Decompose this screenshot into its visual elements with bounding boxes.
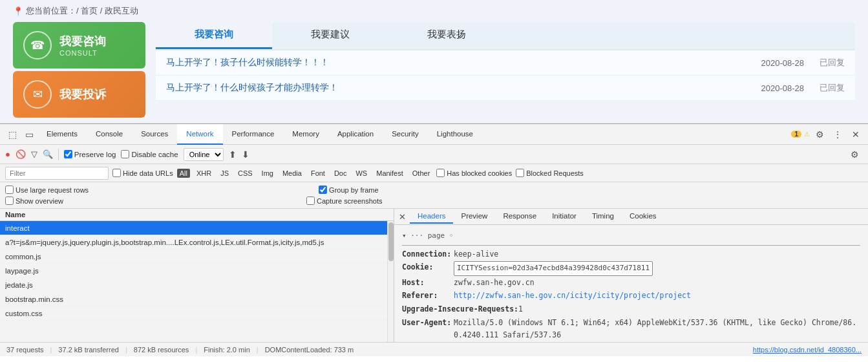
- export-icon[interactable]: ⬇: [242, 149, 249, 160]
- request-name: custom.css: [5, 310, 382, 317]
- right-panel: 我要咨询 我要建议 我要表扬 马上开学了！孩子什么时候能转学！！！ 2020-0…: [156, 22, 855, 118]
- filter-icon[interactable]: ▽: [31, 149, 37, 159]
- filter-tag-media[interactable]: Media: [280, 169, 304, 178]
- preserve-log-checkbox[interactable]: [64, 150, 72, 158]
- detail-close-icon[interactable]: ✕: [394, 209, 410, 224]
- filter-tag-other[interactable]: Other: [410, 169, 433, 178]
- request-name: common.js: [5, 253, 382, 261]
- request-row[interactable]: laypage.js: [0, 264, 387, 278]
- list-rows: 马上开学了！孩子什么时候能转学！！！ 2020-08-28 已回复 马上开学了！…: [156, 50, 855, 101]
- header-cookie-val: ICITYSession=02d3a47ecbd84a399428d0c437d…: [454, 261, 653, 276]
- tab-application[interactable]: Application: [328, 124, 383, 145]
- request-row[interactable]: common.js: [0, 250, 387, 264]
- filter-tag-img[interactable]: Img: [259, 169, 276, 178]
- tab-memory[interactable]: Memory: [283, 124, 328, 145]
- filter-tag-xhr[interactable]: XHR: [194, 169, 214, 178]
- disable-cache-checkbox[interactable]: [121, 150, 129, 158]
- resources-size: 872 kB resources: [134, 346, 189, 354]
- blog-url-link[interactable]: https://blog.csdn.net/id_4808360...: [753, 346, 862, 354]
- consult-sub: CONSULT: [59, 49, 106, 57]
- scroll-thumb[interactable]: [388, 222, 394, 261]
- throttling-select[interactable]: Online: [184, 148, 224, 161]
- detail-tab-response[interactable]: Response: [495, 209, 544, 224]
- list-item[interactable]: 马上开学了！孩子什么时候能转学！！！ 2020-08-28 已回复: [156, 50, 855, 76]
- filter-tag-manifest[interactable]: Manifest: [374, 169, 406, 178]
- cursor-icon[interactable]: ⬚: [4, 126, 21, 143]
- request-name: bootstrap.min.css: [5, 295, 382, 303]
- tab-sources[interactable]: Sources: [132, 124, 177, 145]
- search-icon[interactable]: 🔍: [43, 149, 53, 159]
- filter-tag-ws[interactable]: WS: [353, 169, 370, 178]
- filter-input[interactable]: [5, 167, 109, 180]
- header-ua-key: User-Agent:: [402, 317, 454, 342]
- filter-tag-doc[interactable]: Doc: [332, 169, 350, 178]
- tab-console[interactable]: Console: [87, 124, 132, 145]
- filter-tag-js[interactable]: JS: [218, 169, 231, 178]
- tab-security[interactable]: Security: [383, 124, 428, 145]
- request-row[interactable]: custom.css: [0, 306, 387, 321]
- tab-performance[interactable]: Performance: [223, 124, 284, 145]
- blocked-requests-checkbox[interactable]: [516, 169, 524, 177]
- header-cookie: Cookie: ICITYSession=02d3a47ecbd84a39942…: [402, 261, 860, 277]
- filter-tag-css[interactable]: CSS: [235, 169, 255, 178]
- blocked-cookies-checkbox[interactable]: [436, 169, 445, 177]
- blocked-requests-label[interactable]: Blocked Requests: [516, 169, 584, 177]
- location-icon: 📍: [13, 6, 23, 16]
- detail-tab-preview[interactable]: Preview: [453, 209, 495, 224]
- tab-suggest[interactable]: 我要建议: [272, 22, 388, 49]
- close-icon[interactable]: ✕: [847, 126, 864, 143]
- tab-consult[interactable]: 我要咨询: [156, 22, 272, 49]
- header-upgrade: Upgrade-Insecure-Requests: 1: [402, 303, 860, 317]
- capture-screenshots-label[interactable]: Capture screenshots: [306, 197, 383, 205]
- consult-button[interactable]: ☎ 我要咨询 CONSULT: [13, 22, 145, 69]
- device-icon[interactable]: ▭: [21, 126, 37, 143]
- filter-tag-all[interactable]: All: [177, 169, 190, 178]
- request-row[interactable]: a?t=js&m=jquery.js,jquery.plugin.js,boot…: [0, 235, 387, 250]
- capture-screenshots-checkbox[interactable]: [306, 197, 315, 205]
- header-upgrade-key: Upgrade-Insecure-Requests:: [402, 303, 518, 316]
- large-rows-checkbox[interactable]: [5, 186, 14, 194]
- filter-tag-font[interactable]: Font: [308, 169, 328, 178]
- group-by-frame-label[interactable]: Group by frame: [319, 186, 378, 194]
- detail-tab-initiator[interactable]: Initiator: [544, 209, 584, 224]
- detail-tab-timing[interactable]: Timing: [584, 209, 622, 224]
- header-user-agent: User-Agent: Mozilla/5.0 (Windows NT 6.1;…: [402, 317, 860, 342]
- hide-data-urls-label[interactable]: Hide data URLs: [112, 169, 173, 177]
- disable-cache-label[interactable]: Disable cache: [121, 150, 178, 158]
- referer-link[interactable]: http://zwfw.san-he.gov.cn/icity/icity/pr…: [454, 291, 691, 300]
- request-row[interactable]: bootstrap.min.css: [0, 292, 387, 306]
- transferred-size: 37.2 kB transferred: [58, 346, 119, 354]
- main-panel: Name interact a?t=js&m=jquery.js,jquery.…: [0, 209, 868, 342]
- complaint-button[interactable]: ✉ 我要投诉: [13, 71, 145, 118]
- header-host-val: zwfw.san-he.gov.cn: [454, 277, 535, 290]
- record-icon[interactable]: ●: [5, 149, 10, 159]
- large-rows-label[interactable]: Use large request rows: [5, 186, 89, 194]
- clear-icon[interactable]: 🚫: [16, 149, 26, 159]
- tab-elements[interactable]: Elements: [37, 124, 87, 145]
- request-name: jedate.js: [5, 281, 382, 289]
- request-name: laypage.js: [5, 267, 382, 275]
- preserve-log-label[interactable]: Preserve log: [64, 150, 116, 158]
- requests-scrollbar[interactable]: [387, 221, 394, 342]
- group-by-frame-checkbox[interactable]: [319, 186, 327, 194]
- header-host: Host: zwfw.san-he.gov.cn: [402, 277, 860, 290]
- blocked-cookies-label[interactable]: Has blocked cookies: [436, 169, 512, 177]
- toolbar-settings-icon[interactable]: ⚙: [846, 146, 863, 163]
- request-row[interactable]: interact: [0, 221, 387, 235]
- list-item[interactable]: 马上开学了！什么时候孩子才能办理转学！ 2020-08-28 已回复: [156, 76, 855, 101]
- detail-tab-cookies[interactable]: Cookies: [622, 209, 664, 224]
- detail-tab-headers[interactable]: Headers: [410, 209, 453, 224]
- import-icon[interactable]: ⬆: [229, 149, 237, 160]
- settings-icon[interactable]: ⚙: [811, 126, 828, 143]
- show-overview-label[interactable]: Show overview: [5, 197, 63, 205]
- hide-data-urls-checkbox[interactable]: [112, 169, 121, 177]
- consult-title: 我要咨询: [59, 34, 106, 49]
- requests-count: 37 requests: [6, 346, 43, 354]
- more-icon[interactable]: ⋮: [829, 126, 846, 143]
- show-overview-checkbox[interactable]: [5, 197, 14, 205]
- dom-content-loaded: DOMContentLoaded: 733 m: [265, 346, 354, 354]
- request-row[interactable]: jedate.js: [0, 278, 387, 292]
- tab-network[interactable]: Network: [177, 124, 222, 145]
- tab-lighthouse[interactable]: Lighthouse: [428, 124, 482, 145]
- tab-praise[interactable]: 我要表扬: [388, 22, 505, 49]
